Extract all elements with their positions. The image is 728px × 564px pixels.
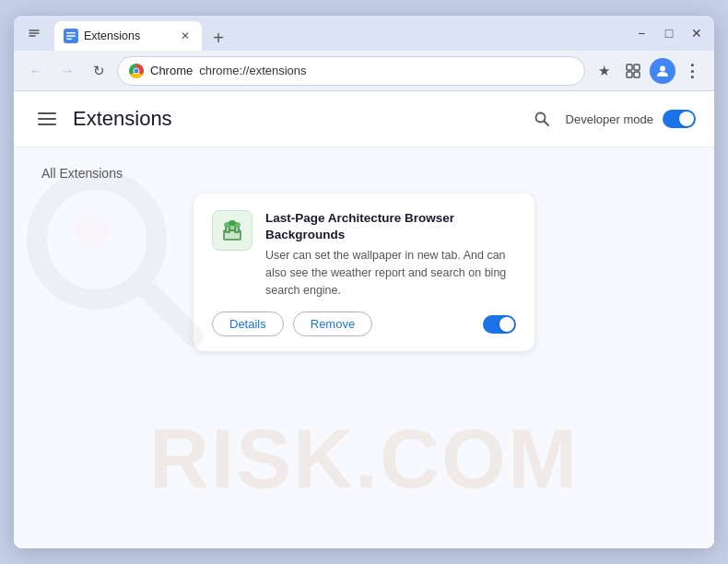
toggle-knob <box>679 112 694 126</box>
hamburger-line-1 <box>38 112 56 114</box>
page-body: RISK.COM All Extensions <box>14 147 714 516</box>
developer-mode-label: Developer mode <box>566 112 653 126</box>
chrome-brand-label: Chrome <box>150 64 193 77</box>
extension-card: Last-Page Architecture Browser Backgroun… <box>194 194 534 351</box>
tab-list-btn[interactable] <box>21 20 47 46</box>
extensions-header: Extensions Developer mode <box>14 91 714 147</box>
hamburger-menu-btn[interactable] <box>32 104 62 134</box>
section-title: All Extensions <box>41 166 687 181</box>
extension-icon <box>212 210 252 251</box>
tab-bar: Extensions ✕ + <box>54 16 626 51</box>
svg-rect-7 <box>634 72 640 77</box>
minimize-btn[interactable]: − <box>631 23 652 43</box>
svg-rect-1 <box>66 32 76 34</box>
extension-toggle-knob <box>499 317 514 332</box>
svg-line-10 <box>544 122 548 126</box>
remove-btn[interactable]: Remove <box>293 311 372 336</box>
url-text: chrome://extensions <box>199 64 306 77</box>
svg-point-11 <box>37 180 157 300</box>
page-title: Extensions <box>73 107 516 131</box>
svg-rect-2 <box>66 35 76 37</box>
extensions-menu-btn[interactable] <box>620 58 646 84</box>
search-btn[interactable] <box>527 104 557 134</box>
bookmark-btn[interactable]: ★ <box>591 58 616 84</box>
new-tab-btn[interactable]: + <box>205 25 231 51</box>
details-btn[interactable]: Details <box>212 311 284 336</box>
svg-point-13 <box>76 214 109 247</box>
extension-info: Last-Page Architecture Browser Backgroun… <box>265 210 516 299</box>
extension-name: Last-Page Architecture Browser Backgroun… <box>265 210 516 242</box>
title-bar: Extensions ✕ + − □ ✕ <box>14 16 714 51</box>
svg-rect-5 <box>634 65 640 70</box>
watermark-text: RISK.COM <box>149 412 579 507</box>
svg-line-12 <box>141 284 194 336</box>
browser-window: Extensions ✕ + − □ ✕ ← → ↻ Chrome chrome… <box>13 15 715 549</box>
hamburger-line-2 <box>38 118 56 120</box>
url-bar[interactable]: Chrome chrome://extensions <box>117 56 585 86</box>
page-content: Extensions Developer mode <box>14 91 714 548</box>
extension-card-top: Last-Page Architecture Browser Backgroun… <box>212 210 516 299</box>
tab-label: Extensions <box>84 29 172 42</box>
svg-rect-6 <box>627 72 632 77</box>
svg-rect-4 <box>627 65 632 70</box>
extension-toggle[interactable] <box>483 315 516 334</box>
magnifier-watermark <box>23 166 207 350</box>
svg-point-21 <box>229 220 236 226</box>
chrome-logo-icon <box>129 64 144 78</box>
extension-card-actions: Details Remove <box>212 311 516 336</box>
profile-btn[interactable] <box>650 58 675 84</box>
back-btn[interactable]: ← <box>23 58 49 84</box>
developer-mode-toggle[interactable] <box>663 110 696 128</box>
extension-description: User can set the wallpaper in new tab. A… <box>265 247 516 299</box>
active-tab[interactable]: Extensions ✕ <box>54 21 202 51</box>
close-btn[interactable]: ✕ <box>687 23 707 43</box>
more-btn[interactable]: ⋮ <box>679 58 705 84</box>
forward-btn[interactable]: → <box>54 58 80 84</box>
tab-favicon <box>64 29 78 43</box>
window-controls: − □ ✕ <box>631 23 707 43</box>
url-actions: ★ ⋮ <box>591 58 705 84</box>
maximize-btn[interactable]: □ <box>659 23 679 43</box>
tab-close-btn[interactable]: ✕ <box>178 29 193 43</box>
dev-mode-area: Developer mode <box>527 104 696 134</box>
refresh-btn[interactable]: ↻ <box>86 58 112 84</box>
address-bar: ← → ↻ Chrome chrome://extensions ★ ⋮ <box>14 51 714 91</box>
hamburger-line-3 <box>38 123 56 125</box>
svg-rect-3 <box>66 39 72 41</box>
svg-point-8 <box>660 65 665 71</box>
